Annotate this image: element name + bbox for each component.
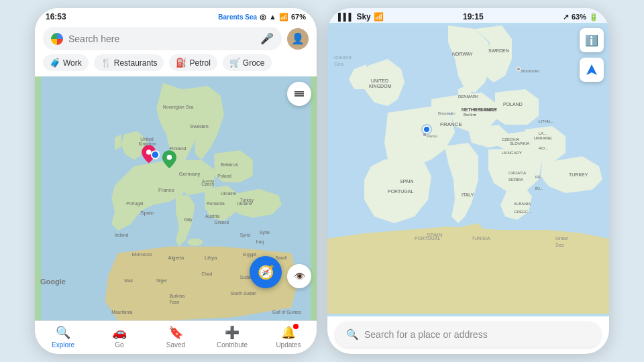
svg-text:Morocco: Morocco xyxy=(132,251,152,257)
svg-text:Faso: Faso xyxy=(169,300,179,304)
svg-text:South Sudan: South Sudan xyxy=(230,291,256,296)
svg-text:Greece: Greece xyxy=(214,220,229,225)
svg-text:Saudi: Saudi xyxy=(275,255,287,260)
nav-arrow-icon: ↗ xyxy=(563,13,569,21)
svg-text:KINGDOM: KINGDOM xyxy=(369,84,392,88)
nav-contribute[interactable]: ➕ Contribute xyxy=(212,325,252,349)
svg-rect-46 xyxy=(294,93,304,95)
google-logo-text: Google xyxy=(40,278,66,286)
svg-text:ITALY: ITALY xyxy=(462,192,474,197)
svg-text:GREEC...: GREEC... xyxy=(514,210,532,214)
map-left[interactable]: Sweden Finland Norwegian Sea United King… xyxy=(35,76,317,320)
status-bar-right: ▌▌▌ Sky 📶 19:15 ↗ 63% 🔋 xyxy=(327,8,609,23)
svg-text:BU...: BU... xyxy=(535,186,543,190)
svg-text:Ireland: Ireland xyxy=(115,233,129,237)
nav-updates[interactable]: 🔔 Updates xyxy=(268,325,309,349)
location-icon: ◎ xyxy=(260,13,266,21)
svg-text:FRANCE: FRANCE xyxy=(440,121,462,127)
svg-text:UNITED: UNITED xyxy=(371,78,388,83)
svg-text:Gulf of Guinea: Gulf of Guinea xyxy=(272,310,301,314)
layers-button[interactable] xyxy=(287,82,311,106)
svg-text:SLOVAKIA: SLOVAKIA xyxy=(510,141,529,145)
carrier-right: Sky xyxy=(356,12,370,21)
chip-groceries-label: Groce xyxy=(243,58,265,68)
svg-text:Romania: Romania xyxy=(207,201,225,206)
svg-point-1 xyxy=(187,238,203,245)
battery-right: 63% xyxy=(572,13,586,21)
svg-text:Egypt: Egypt xyxy=(244,251,257,257)
svg-text:Portugal: Portugal xyxy=(126,201,143,206)
search-bar-left[interactable]: Search here 🎤 👤 xyxy=(35,23,317,54)
navigation-fab[interactable]: 🧭 xyxy=(250,256,282,288)
svg-text:Germany: Germany xyxy=(179,171,201,177)
map-right[interactable]: UNITED KINGDOM NORWAY SWEDEN DENMARK FRA… xyxy=(327,23,609,316)
work-icon: 🧳 xyxy=(50,58,60,68)
wifi-icon: 📶 xyxy=(279,13,288,21)
svg-text:Austria: Austria xyxy=(205,214,219,219)
chip-groceries[interactable]: 🛒 Groce xyxy=(223,54,272,71)
svg-text:Iraq: Iraq xyxy=(256,239,264,245)
svg-text:Austria: Austria xyxy=(202,179,215,183)
svg-text:ALBANIA: ALBANIA xyxy=(514,202,531,206)
battery-icon-right: 🔋 xyxy=(589,13,598,21)
updates-badge xyxy=(293,324,299,329)
svg-text:Ionian: Ionian xyxy=(555,236,568,241)
map-svg-right: UNITED KINGDOM NORWAY SWEDEN DENMARK FRA… xyxy=(327,23,609,316)
chip-restaurants-label: Restaurants xyxy=(114,58,158,68)
nav-go-label: Go xyxy=(115,341,123,349)
svg-text:Belarus: Belarus xyxy=(221,162,238,168)
chip-petrol-label: Petrol xyxy=(189,58,210,68)
visibility-button[interactable]: 👁️ xyxy=(287,264,311,288)
svg-text:Paris○: Paris○ xyxy=(427,134,439,138)
svg-rect-45 xyxy=(294,91,304,93)
user-avatar[interactable]: 👤 xyxy=(287,28,309,50)
chip-work[interactable]: 🧳 Work xyxy=(43,54,89,71)
nav-explore[interactable]: 🔍 Explore xyxy=(43,325,83,349)
svg-text:DENMARK: DENMARK xyxy=(458,95,478,99)
search-input-container[interactable]: Search here 🎤 xyxy=(43,27,282,50)
svg-text:HUNGARY: HUNGARY xyxy=(502,151,522,155)
svg-rect-47 xyxy=(294,95,304,97)
search-placeholder-left: Search here xyxy=(68,34,255,44)
search-bar-right[interactable]: 🔍 Search for a place or address xyxy=(335,322,601,347)
saved-icon: 🔖 xyxy=(168,325,183,340)
svg-text:Libya: Libya xyxy=(205,255,217,261)
svg-text:Stockholm: Stockholm xyxy=(521,69,539,73)
svg-text:United: United xyxy=(140,137,154,141)
direction-button[interactable] xyxy=(580,58,604,82)
svg-text:Brussels○: Brussels○ xyxy=(438,111,456,115)
signal-bars-right: ▌▌▌ xyxy=(338,13,354,21)
svg-text:Algeria: Algeria xyxy=(168,255,185,261)
chip-restaurants[interactable]: 🍴 Restaurants xyxy=(94,54,164,71)
svg-point-88 xyxy=(423,126,430,133)
chip-work-label: Work xyxy=(63,58,82,68)
nav-go[interactable]: 🚗 Go xyxy=(99,325,140,349)
phone-left: 16:53 Barents Sea ◎ ▲ 📶 67% Search here … xyxy=(35,8,317,354)
svg-point-42 xyxy=(152,151,159,158)
svg-text:PORTUGAL: PORTUGAL xyxy=(388,189,413,194)
svg-text:SPAIN: SPAIN xyxy=(400,179,414,184)
petrol-icon: ⛽ xyxy=(176,58,186,68)
status-left-right: ▌▌▌ Sky 📶 xyxy=(338,12,384,21)
svg-text:Ukraine: Ukraine xyxy=(221,191,236,196)
nav-explore-label: Explore xyxy=(52,341,74,349)
explore-icon: 🔍 xyxy=(56,325,70,340)
info-button[interactable]: ℹ️ xyxy=(580,28,604,52)
svg-text:Norwegian Sea: Norwegian Sea xyxy=(163,105,194,110)
main-container: 16:53 Barents Sea ◎ ▲ 📶 67% Search here … xyxy=(0,0,644,362)
nav-saved[interactable]: 🔖 Saved xyxy=(156,325,196,349)
time-left: 16:53 xyxy=(46,12,66,21)
svg-text:Syria: Syria xyxy=(260,230,270,235)
nav-saved-label: Saved xyxy=(166,341,185,349)
mic-icon[interactable]: 🎤 xyxy=(260,32,274,45)
svg-text:Finland: Finland xyxy=(169,145,186,152)
time-right: 19:15 xyxy=(463,12,484,21)
restaurants-icon: 🍴 xyxy=(101,58,111,68)
svg-text:Sea: Sea xyxy=(555,243,564,247)
nav-contribute-label: Contribute xyxy=(217,341,248,349)
svg-text:France: France xyxy=(158,187,174,193)
carrier-info: Barents Sea xyxy=(218,13,257,21)
chip-petrol[interactable]: ⛽ Petrol xyxy=(169,54,217,71)
svg-text:RO...: RO... xyxy=(539,146,548,150)
svg-text:LITHU...: LITHU... xyxy=(539,119,554,123)
